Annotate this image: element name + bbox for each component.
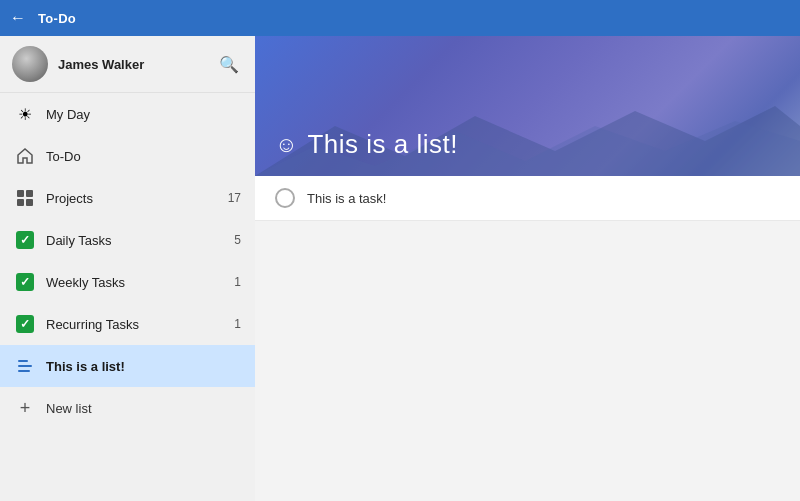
- list-lines-icon: [14, 355, 36, 377]
- sidebar-item-label: To-Do: [46, 149, 241, 164]
- sidebar-item-projects[interactable]: Projects 17: [0, 177, 255, 219]
- content-header: ☺ This is a list!: [255, 36, 800, 176]
- sidebar-item-recurring-tasks[interactable]: Recurring Tasks 1: [0, 303, 255, 345]
- task-list: This is a task!: [255, 176, 800, 501]
- svg-rect-3: [26, 199, 33, 206]
- sidebar-item-label: Weekly Tasks: [46, 275, 230, 290]
- plus-icon: +: [14, 397, 36, 419]
- grid-icon: [14, 187, 36, 209]
- sidebar-item-label: Projects: [46, 191, 224, 206]
- list-emoji-icon: ☺: [275, 132, 297, 158]
- checkbox-icon: [14, 271, 36, 293]
- new-list-button[interactable]: + New list: [0, 387, 255, 429]
- app-title: To-Do: [38, 11, 76, 26]
- sidebar-item-this-is-a-list[interactable]: This is a list!: [0, 345, 255, 387]
- sidebar-item-weekly-tasks[interactable]: Weekly Tasks 1: [0, 261, 255, 303]
- sun-icon: ☀: [14, 103, 36, 125]
- daily-tasks-count: 5: [234, 233, 241, 247]
- content-header-title: ☺ This is a list!: [275, 129, 458, 160]
- sidebar-item-my-day[interactable]: ☀ My Day: [0, 93, 255, 135]
- new-list-label: New list: [46, 401, 92, 416]
- svg-rect-0: [17, 190, 24, 197]
- title-bar: ← To-Do: [0, 0, 800, 36]
- sidebar-item-label: Recurring Tasks: [46, 317, 230, 332]
- task-complete-circle[interactable]: [275, 188, 295, 208]
- home-icon: [14, 145, 36, 167]
- sidebar-item-daily-tasks[interactable]: Daily Tasks 5: [0, 219, 255, 261]
- svg-rect-2: [17, 199, 24, 206]
- sidebar-item-label: This is a list!: [46, 359, 241, 374]
- main-layout: James Walker 🔍 ☀ My Day To-Do: [0, 36, 800, 501]
- projects-count: 17: [228, 191, 241, 205]
- sidebar: James Walker 🔍 ☀ My Day To-Do: [0, 36, 255, 501]
- sidebar-item-label: My Day: [46, 107, 241, 122]
- user-name: James Walker: [58, 57, 215, 72]
- checkbox-icon: [14, 229, 36, 251]
- svg-rect-1: [26, 190, 33, 197]
- search-icon[interactable]: 🔍: [215, 51, 243, 78]
- content-area: ☺ This is a list! This is a task!: [255, 36, 800, 501]
- weekly-tasks-count: 1: [234, 275, 241, 289]
- sidebar-item-label: Daily Tasks: [46, 233, 230, 248]
- table-row[interactable]: This is a task!: [255, 176, 800, 221]
- checkbox-icon: [14, 313, 36, 335]
- content-title: This is a list!: [307, 129, 458, 160]
- sidebar-header: James Walker 🔍: [0, 36, 255, 93]
- task-text: This is a task!: [307, 191, 386, 206]
- avatar[interactable]: [12, 46, 48, 82]
- sidebar-item-to-do[interactable]: To-Do: [0, 135, 255, 177]
- back-button[interactable]: ←: [10, 9, 26, 27]
- recurring-tasks-count: 1: [234, 317, 241, 331]
